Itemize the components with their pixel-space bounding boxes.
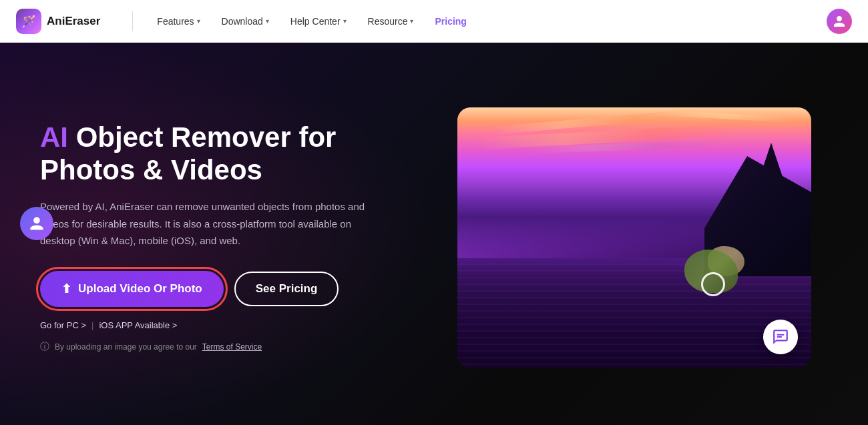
hero-title-rest: Object Remover for Photos & Videos: [40, 121, 336, 185]
terms-prefix: By uploading an image you agree to our: [55, 342, 197, 352]
main-content: AI Object Remover for Photos & Videos Po…: [0, 43, 868, 425]
buttons-row: ⬆ Upload Video Or Photo See Pricing: [40, 271, 414, 307]
nav-download[interactable]: Download ▾: [222, 16, 269, 27]
nav-pricing[interactable]: Pricing: [435, 16, 466, 27]
nav-help-center[interactable]: Help Center ▾: [290, 16, 347, 27]
see-pricing-button[interactable]: See Pricing: [234, 272, 339, 306]
nav-divider: [132, 11, 133, 31]
svg-rect-0: [777, 334, 785, 335]
chevron-down-icon: ▾: [343, 17, 347, 25]
platform-links: Go for PC > | iOS APP Available >: [40, 320, 414, 330]
chevron-down-icon: ▾: [266, 17, 269, 25]
hero-title: AI Object Remover for Photos & Videos: [40, 121, 414, 186]
pricing-button-label: See Pricing: [256, 282, 318, 296]
hero-image: [457, 107, 811, 368]
person-icon: [29, 216, 45, 232]
chat-widget-button[interactable]: [763, 320, 798, 354]
chevron-down-icon: ▾: [197, 17, 200, 25]
hero-left: AI Object Remover for Photos & Videos Po…: [40, 76, 414, 398]
hero-title-ai: AI: [40, 121, 68, 153]
info-icon: ⓘ: [40, 341, 49, 353]
eraser-circle: [701, 272, 725, 296]
avatar-decoration: [20, 207, 53, 240]
ios-link[interactable]: iOS APP Available >: [99, 320, 177, 330]
object-blob: [684, 246, 744, 300]
logo-icon: 🪄: [16, 9, 41, 34]
nav-resource[interactable]: Resource ▾: [368, 16, 414, 27]
hero-description-wrapper: Powered by AI, AniEraser can remove unwa…: [40, 198, 387, 250]
upload-button[interactable]: ⬆ Upload Video Or Photo: [40, 271, 224, 307]
user-avatar-button[interactable]: [827, 9, 852, 34]
platform-separator: |: [91, 320, 93, 330]
chevron-down-icon: ▾: [410, 17, 413, 25]
hero-right: [454, 76, 815, 398]
navbar: 🪄 AniEraser Features ▾ Download ▾ Help C…: [0, 0, 868, 43]
nav-features[interactable]: Features ▾: [157, 16, 200, 27]
logo-area[interactable]: 🪄 AniEraser: [16, 9, 100, 34]
user-icon: [833, 15, 846, 28]
terms-row: ⓘ By uploading an image you agree to our…: [40, 341, 414, 353]
upload-button-label: Upload Video Or Photo: [78, 282, 202, 296]
chat-icon: [772, 328, 789, 346]
terms-link[interactable]: Terms of Service: [202, 342, 262, 352]
pc-link[interactable]: Go for PC >: [40, 320, 86, 330]
hero-description: Powered by AI, AniEraser can remove unwa…: [40, 198, 387, 250]
upload-icon: ⬆: [61, 282, 71, 296]
logo-name: AniEraser: [47, 15, 100, 28]
svg-rect-1: [777, 336, 783, 337]
